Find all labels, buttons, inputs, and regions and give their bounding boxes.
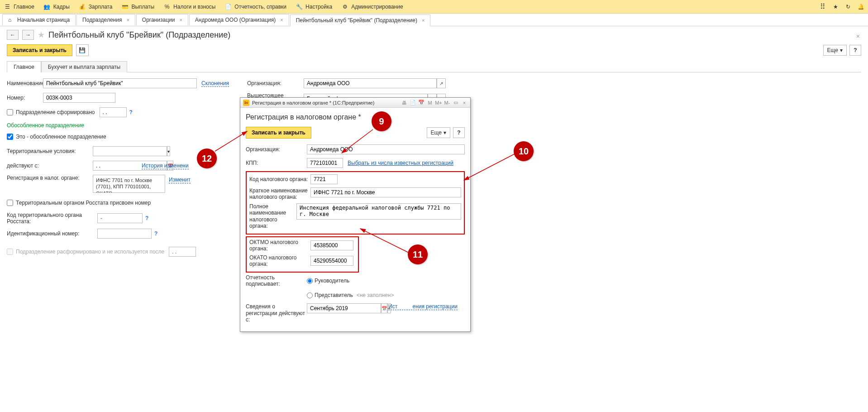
history-link-modal[interactable]: Ист ения регистрации: [388, 303, 458, 310]
declensions-link[interactable]: Склонения: [201, 80, 229, 87]
marker-12: 12: [197, 149, 217, 168]
calendar-icon[interactable]: 📅: [381, 303, 387, 313]
top-menu: ☰Главное 👥Кадры 💰Зарплата 💳Выплаты %Нало…: [0, 0, 868, 14]
modal-more-button[interactable]: Еще▾: [427, 127, 450, 138]
close-icon[interactable]: ×: [179, 17, 182, 23]
home-icon: ⌂: [8, 17, 14, 23]
full-input[interactable]: [296, 203, 461, 220]
kpp-label: КПП:: [246, 160, 307, 166]
money-icon: 💰: [79, 3, 86, 10]
okato-input[interactable]: [310, 256, 353, 266]
menu-settings[interactable]: 🔧Настройка: [296, 3, 332, 10]
terr-dropdown[interactable]: ▾: [167, 146, 170, 156]
bell-icon[interactable]: 🔔: [857, 3, 864, 10]
help-button[interactable]: ?: [849, 45, 861, 56]
formed-date-input[interactable]: [100, 107, 127, 117]
modal-help-button[interactable]: ?: [453, 127, 465, 138]
terr-label: Территориальные условия:: [7, 148, 93, 154]
gear-icon: ⚙: [341, 3, 348, 10]
menu-reports[interactable]: 📄Отчетность, справки: [224, 3, 286, 10]
modal-org-label: Организация:: [246, 146, 307, 153]
chevron-down-icon: ▾: [444, 129, 446, 136]
marker-11: 11: [408, 244, 428, 264]
radio-head[interactable]: [307, 278, 313, 284]
subtab-main[interactable]: Главное: [7, 61, 41, 72]
modal-title: Регистрация в налоговом органе *: [246, 113, 465, 121]
favorite-star-icon[interactable]: ★: [38, 30, 45, 40]
apps-icon[interactable]: ⠿: [819, 3, 826, 10]
star-icon[interactable]: ★: [832, 3, 839, 10]
menu-icon: ☰: [4, 3, 11, 10]
forward-button[interactable]: →: [22, 30, 34, 40]
is-separate-label: Это - обособленное подразделение: [16, 134, 106, 140]
rosstat-checkbox[interactable]: [7, 200, 13, 206]
tab-orgs[interactable]: Организации×: [136, 14, 188, 25]
close-icon[interactable]: ×: [280, 17, 283, 23]
redbox-10: Код налогового органа: Краткое наименова…: [246, 171, 465, 235]
kpp-link[interactable]: Выбрать из числа известных регистраций: [348, 160, 453, 166]
menu-main[interactable]: ☰Главное: [4, 3, 34, 10]
close-icon[interactable]: ×: [461, 100, 467, 106]
save-button[interactable]: 💾: [76, 44, 89, 56]
close-icon[interactable]: ×: [126, 17, 129, 23]
percent-icon: %: [163, 3, 171, 10]
formed-checkbox[interactable]: [7, 109, 13, 115]
rosstat-code-input: [97, 213, 143, 223]
save-icon: 💾: [79, 47, 86, 53]
menu-admin[interactable]: ⚙Администрирование: [341, 3, 403, 10]
help-icon[interactable]: ?: [154, 230, 157, 237]
help-icon[interactable]: ?: [129, 109, 133, 115]
terr-input[interactable]: [93, 146, 167, 156]
tab-departments[interactable]: Подразделения×: [76, 14, 135, 25]
menu-salary[interactable]: 💰Зарплата: [79, 3, 113, 10]
short-label: Краткое наименование налогового органа:: [249, 187, 310, 201]
disbanded-date-input: [169, 247, 196, 257]
code-input[interactable]: [310, 174, 338, 184]
modal-org-input[interactable]: [307, 144, 465, 154]
mplus-icon: M+: [435, 100, 442, 106]
tab-paintball[interactable]: Пейнтбольный клуб "Брейвик" (Подразделен…: [290, 14, 431, 26]
org-open-icon[interactable]: ↗: [437, 78, 446, 88]
menu-payments[interactable]: 💳Выплаты: [121, 3, 154, 10]
valid-input[interactable]: [307, 303, 381, 313]
id-num-input: [97, 229, 152, 239]
more-button[interactable]: Еще▾: [823, 45, 847, 56]
tab-home[interactable]: ⌂Начальная страница: [2, 14, 76, 25]
history-icon[interactable]: ↻: [844, 3, 852, 10]
modal-save-close-button[interactable]: Записать и закрыть: [246, 127, 311, 139]
oktmo-input[interactable]: [310, 240, 353, 250]
is-separate-checkbox[interactable]: [7, 134, 13, 140]
name-input[interactable]: [43, 78, 197, 88]
radio-rep[interactable]: [307, 292, 313, 298]
subtab-accounting[interactable]: Бухучет и выплата зарплаты: [41, 61, 127, 72]
chevron-down-icon: ▾: [840, 47, 843, 53]
calc-icon[interactable]: 📅: [418, 100, 424, 106]
modal-titlebar-text: Регистрация в налоговом органе * (1С:Пре…: [252, 100, 374, 105]
kpp-input[interactable]: [307, 158, 343, 168]
org-label: Организация:: [247, 80, 304, 86]
print-icon[interactable]: 🖶: [401, 100, 407, 106]
m-icon: M: [427, 100, 433, 106]
disbanded-label: Подразделение расформировано и не исполь…: [16, 249, 164, 255]
code-label: Код налогового органа:: [249, 176, 310, 182]
marker-10: 10: [514, 141, 534, 161]
number-input[interactable]: [43, 93, 115, 103]
change-link[interactable]: Изменит: [169, 177, 191, 183]
menu-hr[interactable]: 👥Кадры: [43, 3, 70, 10]
save-icon[interactable]: 📄: [410, 100, 416, 106]
page-close-icon[interactable]: ×: [856, 33, 860, 40]
section-separate: Обособленное подразделение: [7, 122, 229, 129]
back-button[interactable]: ←: [7, 30, 19, 40]
close-icon[interactable]: ×: [422, 18, 424, 23]
tab-andromeda[interactable]: Андромеда ООО (Организация)×: [189, 14, 289, 25]
minimize-icon[interactable]: ▭: [453, 100, 459, 106]
menu-taxes[interactable]: %Налоги и взносы: [163, 3, 215, 10]
history-link[interactable]: История изменени: [142, 163, 189, 169]
org-input[interactable]: [304, 78, 437, 88]
help-icon[interactable]: ?: [145, 215, 148, 221]
document-tabs: ⌂Начальная страница Подразделения× Орган…: [0, 14, 868, 26]
short-input[interactable]: [310, 187, 461, 197]
save-close-button[interactable]: Записать и закрыть: [7, 44, 72, 56]
wrench-icon: 🔧: [296, 3, 303, 10]
valid-from-label: действуют с:: [7, 163, 93, 169]
